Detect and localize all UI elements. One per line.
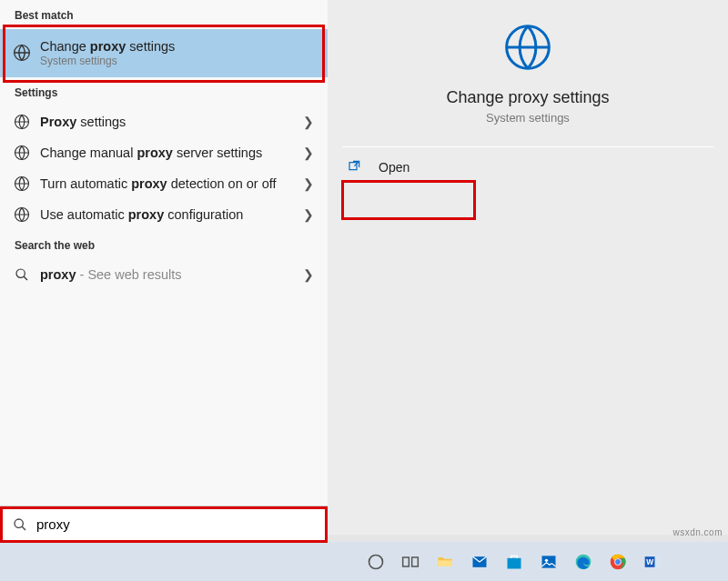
chevron-right-icon: ❯	[300, 207, 317, 222]
mail-icon[interactable]	[466, 548, 493, 576]
search-results-pane: Best match Change proxy settings System …	[0, 0, 328, 535]
word-icon[interactable]: W	[639, 548, 666, 576]
settings-item-change-manual-proxy[interactable]: Change manual proxy server settings ❯	[0, 137, 328, 168]
settings-item-use-automatic-proxy[interactable]: Use automatic proxy configuration ❯	[0, 199, 328, 230]
svg-point-9	[369, 555, 383, 568]
search-input[interactable]	[36, 516, 315, 532]
chevron-right-icon: ❯	[300, 145, 317, 160]
svg-rect-15	[542, 556, 556, 567]
store-icon[interactable]	[500, 548, 528, 576]
globe-icon	[11, 206, 33, 223]
preview-title: Change proxy settings	[328, 88, 728, 107]
globe-icon	[11, 145, 33, 161]
globe-icon	[11, 44, 33, 62]
photos-icon[interactable]	[535, 548, 562, 576]
taskbar: W	[0, 542, 728, 581]
web-item-proxy[interactable]: proxy - See web results ❯	[0, 259, 328, 290]
svg-rect-11	[412, 557, 419, 566]
chevron-right-icon: ❯	[300, 267, 317, 282]
chevron-right-icon: ❯	[300, 115, 317, 129]
svg-point-8	[15, 519, 23, 527]
settings-item-proxy-settings[interactable]: Proxy settings ❯	[0, 106, 328, 137]
svg-point-20	[615, 559, 621, 565]
cortana-icon[interactable]	[362, 548, 389, 576]
open-icon	[348, 158, 362, 175]
svg-rect-14	[508, 557, 521, 568]
best-match-item[interactable]: Change proxy settings System settings	[0, 29, 328, 77]
task-view-icon[interactable]	[397, 548, 424, 576]
svg-rect-12	[439, 560, 452, 566]
search-icon	[11, 267, 33, 282]
svg-rect-10	[403, 557, 410, 566]
section-search-web: Search the web	[0, 230, 328, 259]
open-label: Open	[379, 160, 410, 175]
open-action[interactable]: Open	[328, 147, 728, 186]
search-box[interactable]	[0, 506, 328, 542]
svg-point-5	[16, 269, 25, 277]
preview-pane: Change proxy settings System settings Op…	[328, 0, 728, 535]
watermark: wsxdn.com	[672, 527, 723, 537]
svg-point-16	[545, 558, 548, 561]
chrome-icon[interactable]	[604, 548, 632, 576]
settings-item-turn-automatic-proxy[interactable]: Turn automatic proxy detection on or off…	[0, 168, 328, 199]
globe-icon	[328, 22, 728, 75]
file-explorer-icon[interactable]	[431, 548, 459, 576]
svg-rect-7	[349, 163, 357, 170]
preview-subtitle: System settings	[328, 111, 728, 125]
section-best-match: Best match	[0, 0, 328, 29]
search-icon	[13, 517, 27, 532]
svg-text:W: W	[646, 557, 653, 566]
best-match-text: Change proxy settings System settings	[40, 38, 317, 68]
globe-icon	[11, 114, 33, 130]
preview-header: Change proxy settings System settings	[328, 0, 728, 141]
chevron-right-icon: ❯	[300, 176, 317, 191]
section-settings: Settings	[0, 77, 328, 106]
globe-icon	[11, 175, 33, 192]
edge-icon[interactable]	[570, 548, 597, 576]
